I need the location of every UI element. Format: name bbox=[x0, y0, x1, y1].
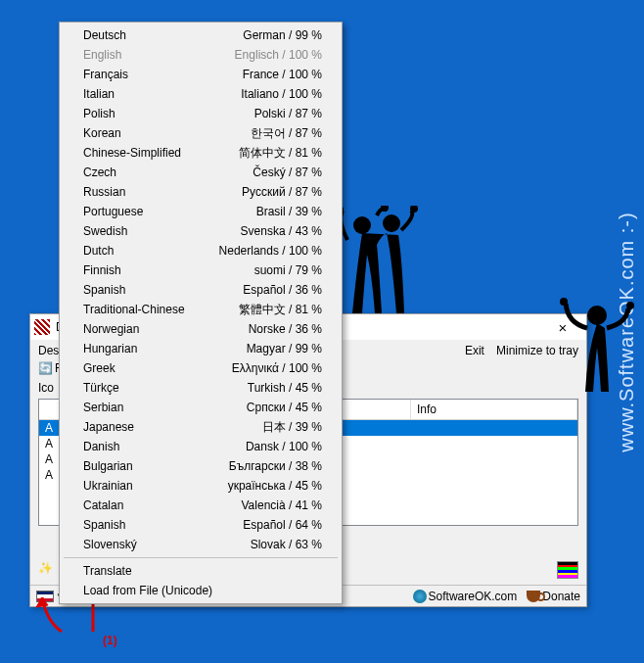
menu-item-native-label: Český / 87 % bbox=[253, 165, 322, 180]
menu-item-native-label: suomi / 79 % bbox=[254, 262, 322, 278]
menu-item-label: Spanish bbox=[83, 282, 243, 298]
menu-item-label: Portuguese bbox=[83, 204, 256, 219]
menu-item-language[interactable]: CatalanValencià / 41 % bbox=[62, 496, 340, 515]
menu-item-native-label: Български / 38 % bbox=[229, 458, 322, 474]
app-icon bbox=[34, 319, 50, 335]
cell-info bbox=[411, 451, 577, 467]
menu-item-language[interactable]: NorwegianNorske / 36 % bbox=[62, 319, 340, 339]
silhouette-figure-icon bbox=[328, 206, 426, 343]
refresh-icon: 🔄 bbox=[38, 361, 52, 375]
menu-item-label: English bbox=[83, 47, 235, 63]
menu-item-load-from-file[interactable]: Load from File (Unicode) bbox=[62, 581, 340, 600]
wand-icon[interactable]: ✨ bbox=[38, 561, 58, 579]
menu-item-label: Bulgarian bbox=[83, 458, 229, 474]
menu-item-label: Traditional-Chinese bbox=[83, 302, 239, 317]
menu-item-language[interactable]: Finnishsuomi / 79 % bbox=[62, 260, 340, 280]
menu-item-language[interactable]: Japanese日本 / 39 % bbox=[62, 417, 340, 437]
menu-item-label: Italian bbox=[83, 86, 241, 102]
menu-item-label: Polish bbox=[83, 106, 254, 121]
coffee-icon bbox=[527, 591, 540, 602]
menu-item-label: Hungarian bbox=[83, 341, 247, 356]
menu-item-native-label: Magyar / 99 % bbox=[247, 341, 322, 356]
menu-item-label: Français bbox=[83, 67, 243, 82]
menu-item-label: Danish bbox=[83, 439, 246, 454]
annotation-label: (1) bbox=[103, 634, 117, 647]
menu-item-language: EnglishEnglisch / 100 % bbox=[62, 45, 340, 65]
menu-item-language[interactable]: TürkçeTurkish / 45 % bbox=[62, 378, 340, 398]
menu-item-language[interactable]: Traditional-Chinese繁體中文 / 81 % bbox=[62, 300, 340, 319]
svg-point-6 bbox=[560, 298, 568, 306]
menu-item-label: Norwegian bbox=[83, 321, 249, 337]
menu-item-label: Slovenský bbox=[83, 537, 251, 552]
menu-item-native-label: 한국어 / 87 % bbox=[251, 125, 322, 141]
menu-item-native-label: 日本 / 39 % bbox=[262, 419, 322, 435]
menu-item-native-label: Italiano / 100 % bbox=[241, 86, 322, 102]
menu-item-native-label: Brasil / 39 % bbox=[256, 204, 322, 219]
menu-item-native-label: France / 100 % bbox=[243, 67, 322, 82]
color-grid-icon[interactable] bbox=[557, 561, 578, 579]
menu-item-language[interactable]: SpanishEspañol / 36 % bbox=[62, 280, 340, 300]
menu-item-label: Spanish bbox=[83, 517, 243, 533]
svg-point-1 bbox=[383, 214, 400, 232]
cell-info bbox=[411, 483, 577, 498]
menu-item-language[interactable]: Ukrainianукраїнська / 45 % bbox=[62, 476, 340, 496]
menu-item-native-label: Slovak / 63 % bbox=[251, 537, 322, 552]
menu-item-label: Türkçe bbox=[83, 380, 248, 396]
column-header-info[interactable]: Info bbox=[411, 400, 577, 419]
menu-item-language[interactable]: RussianРусский / 87 % bbox=[62, 182, 340, 202]
svg-point-7 bbox=[626, 302, 634, 309]
donate-label: Donate bbox=[542, 590, 580, 603]
exit-link[interactable]: Exit bbox=[465, 344, 484, 357]
menu-item-language[interactable]: HungarianMagyar / 99 % bbox=[62, 339, 340, 358]
svg-point-0 bbox=[353, 216, 371, 234]
softwareok-label: SoftwareOK.com bbox=[429, 590, 518, 603]
menu-item-native-label: 简体中文 / 81 % bbox=[239, 145, 322, 161]
cell-info bbox=[411, 467, 577, 483]
menu-item-language[interactable]: DanishDansk / 100 % bbox=[62, 437, 340, 456]
menu-item-native-label: German / 99 % bbox=[243, 27, 322, 43]
menu-item-label: Russian bbox=[83, 184, 242, 200]
menu-item-language[interactable]: SerbianСрпски / 45 % bbox=[62, 398, 340, 417]
language-menu: DeutschGerman / 99 %EnglishEnglisch / 10… bbox=[59, 22, 343, 604]
menu-item-native-label: Dansk / 100 % bbox=[246, 439, 322, 454]
cell-info bbox=[411, 436, 577, 451]
menu-item-native-label: Ελληνικά / 100 % bbox=[232, 360, 322, 376]
menu-item-native-label: Englisch / 100 % bbox=[235, 47, 322, 63]
menu-item-native-label: Svenska / 43 % bbox=[241, 223, 322, 239]
menu-item-language[interactable]: BulgarianБългарски / 38 % bbox=[62, 456, 340, 476]
menu-item-language[interactable]: PolishPolski / 87 % bbox=[62, 104, 340, 123]
menu-item-native-label: 繁體中文 / 81 % bbox=[239, 302, 322, 317]
menu-item-native-label: Valencià / 41 % bbox=[242, 497, 323, 513]
menu-item-label: Japanese bbox=[83, 419, 262, 435]
menu-item-language[interactable]: ItalianItaliano / 100 % bbox=[62, 84, 340, 104]
menu-item-native-label: Српски / 45 % bbox=[247, 400, 322, 415]
menu-item-language[interactable]: SwedishSvenska / 43 % bbox=[62, 221, 340, 241]
menu-item-label: Translate bbox=[83, 563, 322, 579]
menu-item-language[interactable]: DutchNederlands / 100 % bbox=[62, 241, 340, 260]
menu-item-translate[interactable]: Translate bbox=[62, 561, 340, 581]
menu-item-native-label: Norske / 36 % bbox=[249, 321, 322, 337]
menu-item-native-label: Nederlands / 100 % bbox=[219, 243, 322, 259]
softwareok-link[interactable]: SoftwareOK.com bbox=[413, 590, 518, 603]
menu-item-language[interactable]: GreekΕλληνικά / 100 % bbox=[62, 358, 340, 378]
menu-item-language[interactable]: Korean한국어 / 87 % bbox=[62, 123, 340, 143]
menu-item-label: Korean bbox=[83, 125, 251, 141]
cell-info bbox=[411, 420, 577, 436]
menu-item-language[interactable]: CzechČeský / 87 % bbox=[62, 163, 340, 182]
menu-item-native-label: Polski / 87 % bbox=[254, 106, 322, 121]
menu-item-language[interactable]: PortugueseBrasil / 39 % bbox=[62, 202, 340, 221]
menu-item-language[interactable]: FrançaisFrance / 100 % bbox=[62, 65, 340, 84]
silhouette-figure-icon bbox=[558, 294, 636, 421]
menu-item-language[interactable]: Chinese-Simplified简体中文 / 81 % bbox=[62, 143, 340, 163]
menu-item-label: Greek bbox=[83, 360, 232, 376]
svg-point-5 bbox=[587, 306, 607, 325]
donate-link[interactable]: Donate bbox=[527, 590, 580, 603]
menu-item-label: Load from File (Unicode) bbox=[83, 583, 322, 598]
menu-item-native-label: Русский / 87 % bbox=[242, 184, 322, 200]
menu-item-label: Deutsch bbox=[83, 27, 243, 43]
globe-icon bbox=[413, 590, 427, 603]
menu-item-language[interactable]: SpanishEspañol / 64 % bbox=[62, 515, 340, 535]
menu-item-native-label: Español / 64 % bbox=[243, 517, 322, 533]
menu-item-language[interactable]: DeutschGerman / 99 % bbox=[62, 25, 340, 45]
menu-item-language[interactable]: SlovenskýSlovak / 63 % bbox=[62, 535, 340, 554]
